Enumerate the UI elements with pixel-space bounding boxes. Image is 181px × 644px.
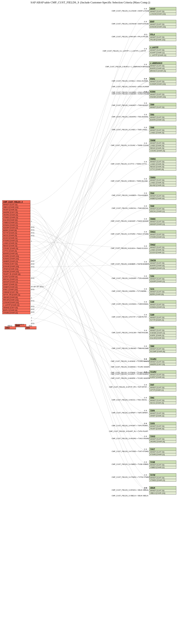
leaf-table-t047m: T047MMANDT [CLNT (3)]BUKRS [CHAR (4)]MAB… xyxy=(149,259,176,270)
edge-label: CMP_CUST_FIELDS_S-KONDA = T188-KONDA xyxy=(112,303,148,305)
cardinality-label: (0,1) xyxy=(31,229,34,231)
leaf-field: MSCHL [CHAR (1)] xyxy=(149,210,176,212)
leaf-field: BRANCH [CHAR (4)] xyxy=(149,70,176,72)
main-field: KUNRG [CHAR (10)] xyxy=(2,255,30,258)
leaf-field: MANDT [CLNT (3)] xyxy=(149,262,176,264)
edge-label: CMP_CUST_FIELDS_S-KDGRP = T151-KDGRP xyxy=(112,277,148,279)
edge-label: CMP_CUST_FIELDS_S-INCO1 = TINC-INCO1 xyxy=(112,399,147,401)
leaf-header: KNA1 xyxy=(149,77,176,80)
edge-label: CMP_CUST_FIELDS_S-BZIRK = T171-BZIRK xyxy=(112,290,146,292)
leaf-header: T014 xyxy=(149,192,176,194)
leaf-header: THIT xyxy=(149,383,176,386)
cardinality-label: (0,1) xyxy=(31,277,34,279)
leaf-header: TSPA xyxy=(149,409,176,412)
leaf-field: MANDT [CLNT (3)] xyxy=(149,23,176,26)
leaf-field: REGIO [CHAR (3)] xyxy=(149,147,176,150)
leaf-table-tvsb: TVSBMANDT [CLNT (3)]VSBED [CHAR (2)] xyxy=(149,460,176,469)
cardinality-label: 0..N xyxy=(144,192,147,194)
leaf-field: MANDT [CLNT (3)] xyxy=(149,64,176,67)
main-field: FKART_RL [CHAR (4)] xyxy=(2,273,30,276)
edge-label: CMP_CUST_FIELDS_S-REGIO = T005S-BLAND xyxy=(111,180,148,182)
cardinality-label: 0..N xyxy=(144,345,147,347)
cardinality-label: 1 xyxy=(31,317,32,319)
main-field: KUNAG [CHAR (10)] xyxy=(2,258,30,260)
edge-label: CMP_CUST_FIELDS_S-KNKLI = KNA1-KUNNR xyxy=(112,80,148,82)
main-field: BUPLA [CHAR (4)] xyxy=(2,309,30,312)
main-field: VTWEG [CHAR (2)] xyxy=(2,216,30,219)
leaf-field: INCO1 [CHAR (3)] xyxy=(149,402,176,404)
leaf-header: T005 xyxy=(149,126,176,129)
cardinality-label: 0..N xyxy=(144,114,147,116)
leaf-header: VBUK xyxy=(149,486,176,489)
cardinality-label: (0,1)1)1(0,1) xyxy=(15,324,24,326)
cardinality-label: 1 xyxy=(31,220,32,222)
main-field: KALSM [CHAR (6)] xyxy=(2,219,30,222)
leaf-field: REGIO [CHAR (3)] xyxy=(149,166,176,168)
cardinality-label: (0..1(0..1(0..1(0,1) xyxy=(31,286,44,288)
edge-label: CMP_CUST_FIELDS_S-KTGRD = TVKT-KTGRD xyxy=(112,450,149,452)
main-field: CMWAE [CUKY (5)] xyxy=(2,291,30,294)
leaf-header: TCURC xyxy=(149,358,176,360)
leaf-field: MANDT [CLNT (3)] xyxy=(149,348,176,350)
cardinality-label: 0..N xyxy=(144,161,147,163)
leaf-table-j_1afitp: J_1AFITPMANDT [CLNT (3)]KOART [CHAR (1)]… xyxy=(149,46,176,56)
leaf-field: MANDT [CLNT (3)] xyxy=(149,278,176,280)
leaf-field: MANDT [CLNT (3)] xyxy=(149,451,176,453)
edge-label: CMP_CUST_FIELDS_S-HITYP_PR = THIT-HITYP xyxy=(109,386,147,388)
cardinality-label: (0,1) xyxy=(31,288,34,290)
main-field: SPART [CHAR (2)] xyxy=(2,283,30,286)
cardinality-label: 0..N xyxy=(144,218,147,220)
edge-label: CMP_CUST_FIELDS_S-SFAKN = VBUK-VBELN xyxy=(112,489,148,491)
edge-label: CMP_CUST_FIELDS_S-BUKRS = T001-BUKRS xyxy=(112,116,148,118)
leaf-header: T683 xyxy=(149,326,176,329)
leaf-header: T188 xyxy=(149,300,176,303)
leaf-field: MANDT [CLNT (3)] xyxy=(149,194,176,197)
main-field: ZLSCH [CHAR (1)] xyxy=(2,237,30,240)
leaf-field: VSBED [CHAR (2)] xyxy=(149,466,176,468)
main-field: RPLNR [CHAR (10)] xyxy=(2,299,30,301)
main-field: HITYP_PR [CHAR (1)] xyxy=(2,294,30,296)
leaf-table-t188: T188MANDT [CLNT (3)]KONDA [CHAR (2)] xyxy=(149,300,176,308)
leaf-header: TVKT xyxy=(149,448,176,451)
tiny-unit-row xyxy=(15,327,26,327)
leaf-field: EXNUM [CHAR (10)] xyxy=(149,26,176,28)
leaf-header: T005S xyxy=(149,176,176,179)
leaf-field: MANDT [CLNT (3)] xyxy=(149,220,176,223)
cardinality-label: 0..N xyxy=(144,48,147,50)
edge-label: CMP_CUST_FIELDS_S-MSCHL = T040-MSCHL xyxy=(112,207,148,209)
cardinality-label: (0,1) xyxy=(144,34,147,36)
leaf-table-tinc: TINCMANDT [CLNT (3)]INCO1 [CHAR (3)] xyxy=(149,396,176,404)
cardinality-label: 0..N xyxy=(144,436,147,437)
main-field: SFAKN [CHAR (10)] xyxy=(2,268,30,270)
cardinality-label: 1 xyxy=(31,240,32,242)
edge-label: CMP_CUST_FIELDS_S-KALSM = T683-KALSM xyxy=(112,332,148,334)
edge-label: CMP_CUST_FIELDS_S-KURST = TCURV-KURST xyxy=(111,373,149,375)
leaf-field: WAERS [CUKY (5)] xyxy=(149,363,176,366)
leaf-field: MANDT [CLNT (3)] xyxy=(149,399,176,402)
leaf-table-t171: T171MANDT [CLNT (3)]BZIRK [CHAR (6)] xyxy=(149,287,176,296)
leaf-field: LAND1 [CHAR (3)] xyxy=(149,144,176,147)
cardinality-label: 0..N xyxy=(144,410,147,412)
cardinality-label: (0,1) xyxy=(31,263,34,265)
cardinality-label: (0,1) xyxy=(144,487,147,489)
leaf-field: MANDT [CLNT (3)] xyxy=(149,412,176,414)
leaf-field: BUKRS [CHAR (4)] xyxy=(149,264,176,267)
leaf-table-j_1bbranch: J_1BBRANCHMANDT [CLNT (3)]BUKRS [CHAR (4… xyxy=(149,62,176,72)
edge-label: CMP_CUST_FIELDS_S-MANDT = T000-MANDT xyxy=(112,104,148,106)
main-field: MSCHL [CHAR (1)] xyxy=(2,278,30,281)
cardinality-label: 0..N xyxy=(144,301,147,303)
leaf-field: KUNNR [CHAR (10)] xyxy=(149,83,176,85)
edge-label: CMP_CUST_FIELDS_S-SPART = TSPA-SPART xyxy=(112,412,148,414)
main-field: KNKLI [CHAR (10)] xyxy=(2,288,30,291)
leaf-table-tvfk2: TVFKMANDT [CLNT (3)]FKART [CHAR (4)] xyxy=(149,422,176,430)
leaf-field: MANDT [CLNT (3)] xyxy=(149,329,176,332)
leaf-header: EIKP xyxy=(149,20,176,23)
edge-label: CMP_CUST_FIELDS_S-MABER = T047M-MABER xyxy=(111,263,149,265)
leaf-field: MANDT [CLNT (3)] xyxy=(149,438,176,440)
leaf-field: MANDT [CLNT (3)] xyxy=(149,233,176,236)
leaf-field: J_1AFITP [CHAR (2)] xyxy=(149,54,176,56)
main-field: STWAE [CUKY (5)] xyxy=(2,262,30,265)
main-field: INCO1 [CHAR (3)] xyxy=(2,234,30,237)
edge-label: CMP_CUST_FIELDS_S-EXNUM = EIKP-EXNUM xyxy=(112,23,149,25)
leaf-field: KALSM [CHAR (6)] xyxy=(149,337,176,339)
